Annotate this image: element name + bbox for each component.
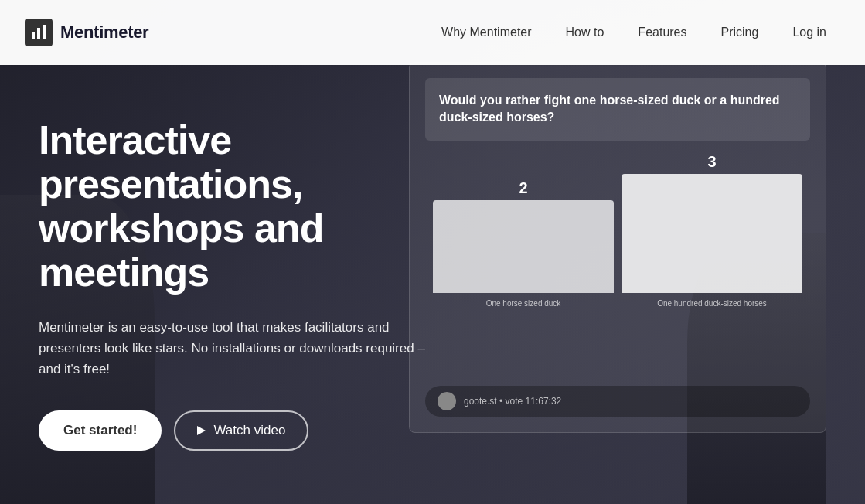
main-nav: Why Mentimeter How to Features Pricing L…: [427, 19, 840, 46]
bar-2-wrap: 3 One hundred duck-sized horses: [622, 153, 802, 308]
hero-buttons: Get started! Watch video: [39, 410, 437, 451]
nav-item-pricing[interactable]: Pricing: [707, 19, 773, 46]
nav-item-features[interactable]: Features: [624, 19, 700, 46]
logo-text: Mentimeter: [60, 22, 148, 43]
logo-svg: [30, 24, 47, 41]
screen-question-text: Would you rather fight one horse-sized d…: [439, 92, 796, 127]
bar-1-label: One horse sized duck: [486, 299, 561, 308]
nav-item-login[interactable]: Log in: [778, 19, 840, 46]
hero-content: Interactive presentations, workshops and…: [0, 65, 475, 504]
screen-bar-chart: 2 One horse sized duck 3 One hundred duc…: [425, 153, 810, 308]
svg-rect-2: [43, 25, 46, 39]
hero-section: Mentimeter Why Mentimeter How to Feature…: [0, 0, 865, 504]
bar-1-value: 2: [519, 179, 527, 197]
svg-rect-0: [32, 32, 35, 39]
screen-footer: goote.st • vote 11:67:32: [425, 386, 810, 417]
hero-title: Interactive presentations, workshops and…: [39, 118, 437, 295]
watch-video-button[interactable]: Watch video: [174, 410, 308, 451]
nav-item-how-to[interactable]: How to: [552, 19, 618, 46]
logo-area[interactable]: Mentimeter: [25, 19, 148, 46]
watch-video-label: Watch video: [213, 423, 285, 438]
nav-item-why-mentimeter[interactable]: Why Mentimeter: [427, 19, 545, 46]
vote-text: goote.st • vote 11:67:32: [464, 396, 561, 407]
bar-2-value: 3: [707, 153, 716, 171]
bar-2-label: One hundred duck-sized horses: [657, 299, 767, 308]
svg-rect-1: [37, 28, 40, 39]
screen-question-card: Would you rather fight one horse-sized d…: [425, 78, 810, 141]
hero-subtitle: Mentimeter is an easy-to-use tool that m…: [39, 317, 437, 380]
play-icon: [197, 426, 206, 435]
header: Mentimeter Why Mentimeter How to Feature…: [0, 0, 865, 65]
logo-icon: [25, 19, 53, 46]
get-started-button[interactable]: Get started!: [39, 410, 162, 451]
bar-2: [622, 174, 802, 293]
